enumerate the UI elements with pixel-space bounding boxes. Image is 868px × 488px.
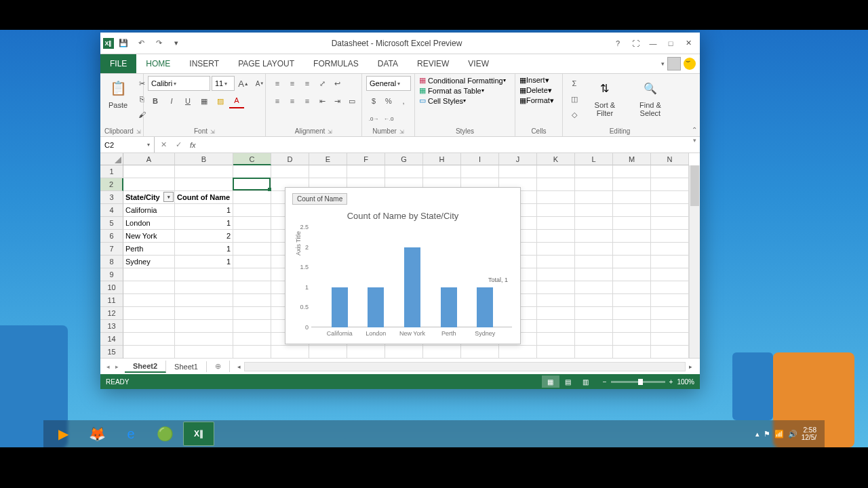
underline-button[interactable]: U xyxy=(180,94,195,108)
align-left-button[interactable]: ≡ xyxy=(270,94,285,108)
delete-cells-button[interactable]: ▦Delete▾ xyxy=(519,86,552,95)
tray-volume-icon[interactable]: 🔊 xyxy=(788,430,797,439)
cell[interactable] xyxy=(233,165,271,178)
cell[interactable] xyxy=(233,191,271,204)
cell[interactable] xyxy=(613,294,651,307)
cell[interactable] xyxy=(175,281,233,294)
bold-button[interactable]: B xyxy=(148,94,163,108)
zoom-level[interactable]: 100% xyxy=(677,378,694,386)
currency-button[interactable]: $ xyxy=(366,94,381,108)
autosum-button[interactable]: Σ xyxy=(567,76,582,91)
feedback-icon[interactable] xyxy=(684,58,696,70)
increase-indent-button[interactable]: ⇥ xyxy=(330,94,344,108)
wrap-text-button[interactable]: ↩ xyxy=(330,76,344,91)
cell[interactable] xyxy=(537,320,575,333)
cell[interactable] xyxy=(175,268,233,281)
cell[interactable] xyxy=(461,165,499,178)
alignment-dialog-icon[interactable]: ⇲ xyxy=(328,129,332,135)
cell[interactable]: Count of Name xyxy=(175,191,233,204)
tab-home[interactable]: HOME xyxy=(136,54,180,73)
worksheet-grid[interactable]: ABCDEFGHIJKLMN 123456789101112131415 Sta… xyxy=(100,153,700,358)
column-header[interactable]: G xyxy=(385,153,423,165)
cell[interactable]: New York xyxy=(123,230,175,243)
sort-filter-button[interactable]: ⇅ Sort & Filter xyxy=(585,76,625,119)
cell[interactable] xyxy=(613,256,651,268)
cell[interactable] xyxy=(537,294,575,307)
increase-decimal-button[interactable]: .0→ xyxy=(366,111,381,126)
cell[interactable] xyxy=(651,165,689,178)
taskbar-ie[interactable]: e xyxy=(115,422,146,446)
cell[interactable] xyxy=(651,178,689,191)
cell[interactable] xyxy=(651,191,689,204)
cell[interactable] xyxy=(651,268,689,281)
row-header[interactable]: 2 xyxy=(100,178,123,191)
cell[interactable] xyxy=(537,230,575,243)
taskbar-chrome[interactable]: 🟢 xyxy=(149,422,180,446)
cell[interactable] xyxy=(309,346,347,359)
qat-redo-button[interactable]: ↷ xyxy=(151,35,167,52)
cell[interactable] xyxy=(613,165,651,178)
cell[interactable] xyxy=(613,307,651,320)
cell[interactable] xyxy=(233,281,271,294)
cell[interactable] xyxy=(575,204,613,217)
cell[interactable] xyxy=(347,165,385,178)
cell[interactable] xyxy=(613,268,651,281)
cell[interactable] xyxy=(123,333,175,346)
border-button[interactable]: ▦ xyxy=(197,94,212,108)
cell[interactable]: California xyxy=(123,204,175,217)
row-header[interactable]: 14 xyxy=(100,333,123,346)
cell[interactable] xyxy=(575,165,613,178)
select-all-corner[interactable] xyxy=(100,153,123,165)
row-header[interactable]: 12 xyxy=(100,307,123,320)
fill-button[interactable]: ◫ xyxy=(567,92,582,106)
enter-formula-button[interactable]: ✓ xyxy=(172,140,184,149)
cell[interactable] xyxy=(575,230,613,243)
cell[interactable] xyxy=(575,191,613,204)
cell[interactable] xyxy=(575,256,613,268)
row-header[interactable]: 8 xyxy=(100,256,123,268)
cell[interactable] xyxy=(123,307,175,320)
row-header[interactable]: 10 xyxy=(100,281,123,294)
cell[interactable] xyxy=(651,204,689,217)
row-header[interactable]: 7 xyxy=(100,243,123,256)
zoom-out-button[interactable]: − xyxy=(603,378,607,386)
column-header[interactable]: F xyxy=(347,153,385,165)
cell[interactable] xyxy=(575,320,613,333)
cell[interactable]: 1 xyxy=(175,217,233,230)
cell[interactable] xyxy=(651,346,689,359)
column-header[interactable]: L xyxy=(575,153,613,165)
cell[interactable] xyxy=(385,165,423,178)
new-sheet-button[interactable]: ⊕ xyxy=(207,361,230,372)
cell[interactable] xyxy=(175,346,233,359)
cell-styles-button[interactable]: ▭ Cell Styles▾ xyxy=(419,96,466,105)
cell[interactable] xyxy=(537,333,575,346)
cell[interactable] xyxy=(651,243,689,256)
column-header[interactable]: C xyxy=(233,153,271,165)
cell[interactable] xyxy=(575,178,613,191)
system-clock[interactable]: 2:58 12/5/ xyxy=(802,426,816,441)
formula-input[interactable] xyxy=(201,137,689,152)
cell[interactable] xyxy=(651,333,689,346)
find-select-button[interactable]: 🔍 Find & Select xyxy=(628,76,673,119)
chart-bar[interactable] xyxy=(332,287,348,327)
cell[interactable] xyxy=(233,204,271,217)
tab-file[interactable]: FILE xyxy=(100,54,136,73)
cell[interactable] xyxy=(575,268,613,281)
vertical-scrollbar[interactable] xyxy=(689,165,700,358)
chart-bar[interactable] xyxy=(404,247,420,327)
column-header[interactable]: B xyxy=(175,153,233,165)
cell[interactable] xyxy=(175,165,233,178)
cell[interactable] xyxy=(499,165,537,178)
chart-bar[interactable] xyxy=(477,287,493,327)
row-header[interactable]: 5 xyxy=(100,217,123,230)
paste-button[interactable]: 📋 Paste xyxy=(104,76,132,110)
align-center-button[interactable]: ≡ xyxy=(285,94,300,108)
tray-show-hidden-icon[interactable]: ▴ xyxy=(755,430,760,439)
row-header[interactable]: 15 xyxy=(100,346,123,359)
column-header[interactable]: D xyxy=(271,153,309,165)
taskbar-excel[interactable]: X∥ xyxy=(183,422,214,446)
cell[interactable] xyxy=(123,320,175,333)
cell[interactable] xyxy=(423,346,461,359)
cell[interactable]: 2 xyxy=(175,230,233,243)
cell[interactable] xyxy=(123,268,175,281)
